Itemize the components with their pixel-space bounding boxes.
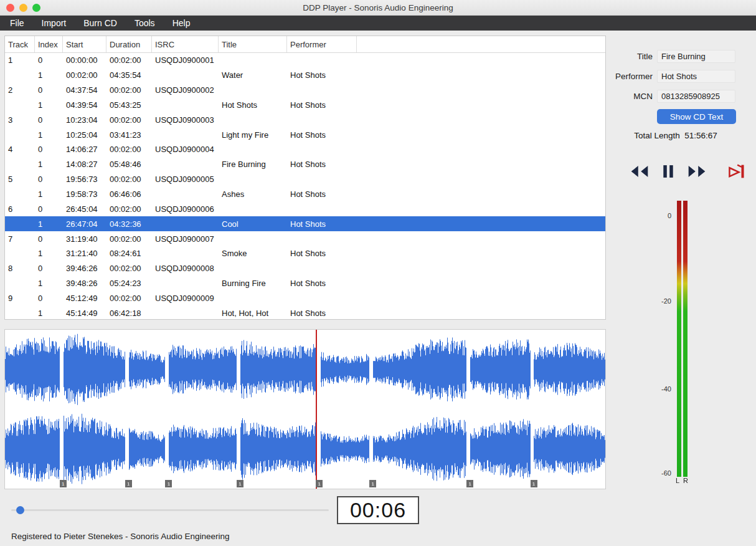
table-row[interactable]: 104:39:5405:43:25Hot ShotsHot Shots — [5, 98, 605, 113]
window-controls — [6, 4, 40, 12]
table-row[interactable]: 8039:46:2600:02:00USQDJ0900008 — [5, 261, 605, 276]
table-row[interactable]: 2004:37:5400:02:00USQDJ0900002 — [5, 83, 605, 98]
cell-index: 0 — [35, 204, 63, 214]
table-row[interactable]: 5019:56:7300:02:00USQDJ0900005 — [5, 172, 605, 187]
menu-import[interactable]: Import — [33, 16, 75, 31]
cell-isrc: USQDJ0900001 — [152, 55, 219, 65]
level-meter-left-bar — [677, 201, 681, 477]
meter-channel-left-label: L — [676, 477, 679, 484]
table-row[interactable]: 4014:06:2700:02:00USQDJ0900004 — [5, 142, 605, 157]
cell-perf: Hot Shots — [287, 130, 357, 140]
cell-start: 14:06:27 — [63, 145, 106, 154]
fast-forward-icon — [687, 165, 707, 178]
column-header-isrc[interactable]: ISRC — [152, 36, 219, 52]
performer-input[interactable] — [657, 70, 735, 83]
cell-dur: 08:24:61 — [106, 249, 152, 258]
seek-slider-track[interactable] — [11, 509, 329, 511]
cell-index: 0 — [35, 264, 63, 273]
table-row[interactable]: 114:08:2705:48:46Fire BurningHot Shots — [5, 157, 605, 172]
cell-start: 19:58:73 — [63, 189, 106, 199]
cell-start: 39:48:26 — [63, 279, 106, 288]
track-table-header: Track Index Start Duration ISRC Title Pe… — [5, 36, 605, 53]
menu-tools[interactable]: Tools — [126, 16, 164, 31]
cell-index: 1 — [35, 219, 63, 229]
cell-dur: 00:02:00 — [106, 55, 152, 65]
cell-dur: 00:02:00 — [106, 294, 152, 303]
cell-start: 10:25:04 — [63, 130, 106, 140]
zoom-window-icon[interactable] — [32, 4, 40, 12]
cell-track: 6 — [5, 204, 35, 214]
rewind-icon — [630, 165, 650, 178]
total-length: Total Length 51:56:67 — [613, 131, 738, 140]
table-row[interactable]: 126:47:0404:32:36CoolHot Shots — [5, 216, 605, 231]
cell-title: Burning Fire — [219, 279, 287, 288]
cell-start: 19:56:73 — [63, 175, 106, 184]
seek-slider-handle[interactable] — [16, 506, 24, 514]
level-meter-right-bar — [683, 201, 687, 477]
minimize-window-icon[interactable] — [19, 4, 27, 12]
menu-help[interactable]: Help — [164, 16, 199, 31]
cell-dur: 00:02:00 — [106, 145, 152, 154]
cell-dur: 00:02:00 — [106, 85, 152, 95]
total-length-value: 51:56:67 — [684, 131, 717, 140]
cell-dur: 04:32:36 — [106, 219, 152, 229]
cell-start: 31:19:40 — [63, 234, 106, 244]
cell-dur: 06:46:06 — [106, 189, 152, 199]
table-row[interactable]: 119:58:7306:46:06AshesHot Shots — [5, 187, 605, 202]
column-header-index[interactable]: Index — [35, 36, 63, 52]
cell-index: 0 — [35, 294, 63, 303]
cell-index: 1 — [35, 309, 63, 318]
mcn-field-row: MCN — [598, 89, 736, 103]
table-row[interactable]: 145:14:4906:42:18Hot, Hot, HotHot Shots — [5, 305, 605, 320]
waveform-display[interactable]: 11111111 — [4, 329, 606, 489]
title-label: Title — [598, 52, 653, 61]
table-row[interactable]: 131:21:4008:24:61SmokeHot Shots — [5, 246, 605, 261]
cell-dur: 00:02:00 — [106, 204, 152, 214]
window-title: DDP Player - Sonoris Audio Engineering — [303, 3, 453, 12]
column-header-title[interactable]: Title — [219, 36, 287, 52]
pause-button[interactable] — [656, 161, 680, 182]
menu-file[interactable]: File — [1, 16, 33, 31]
table-row[interactable]: 139:48:2605:24:23Burning FireHot Shots — [5, 276, 605, 291]
cell-dur: 06:42:18 — [106, 309, 152, 318]
cell-dur: 05:48:46 — [106, 160, 152, 169]
meter-channel-right-label: R — [683, 477, 688, 484]
menu-burn-cd[interactable]: Burn CD — [75, 16, 126, 31]
mcn-label: MCN — [598, 92, 653, 101]
table-row[interactable]: 100:02:0004:35:54WaterHot Shots — [5, 68, 605, 83]
column-header-start[interactable]: Start — [63, 36, 106, 52]
waveform-canvas[interactable] — [5, 330, 605, 489]
table-row[interactable]: 7031:19:4000:02:00USQDJ0900007 — [5, 231, 605, 246]
cell-dur: 00:02:00 — [106, 264, 152, 273]
table-row[interactable]: 3010:23:0400:02:00USQDJ0900003 — [5, 112, 605, 127]
table-row[interactable]: 110:25:0403:41:23Light my FireHot Shots — [5, 127, 605, 142]
fast-forward-button[interactable] — [685, 161, 709, 182]
cell-start: 00:02:00 — [63, 70, 106, 80]
pause-icon — [661, 165, 675, 178]
cell-title: Hot Shots — [219, 100, 287, 110]
cell-index: 0 — [35, 115, 63, 125]
meter-scale-label: -40 — [653, 385, 671, 393]
close-window-icon[interactable] — [6, 4, 14, 12]
stop-at-end-button[interactable] — [725, 161, 749, 182]
meter-scale-label: -60 — [653, 469, 671, 477]
show-cd-text-button[interactable]: Show CD Text — [657, 109, 736, 124]
rewind-button[interactable] — [628, 161, 651, 182]
mcn-input[interactable] — [657, 90, 735, 103]
column-header-performer[interactable]: Performer — [287, 36, 357, 52]
column-header-duration[interactable]: Duration — [106, 36, 152, 52]
cell-index: 0 — [35, 145, 63, 154]
cell-isrc: USQDJ0900002 — [152, 85, 219, 95]
title-input[interactable] — [657, 50, 735, 63]
track-table-body: 1000:00:0000:02:00USQDJ0900001100:02:000… — [5, 53, 605, 320]
cell-index: 1 — [35, 160, 63, 169]
cell-dur: 00:02:00 — [106, 234, 152, 244]
table-row[interactable]: 6026:45:0400:02:00USQDJ0900006 — [5, 201, 605, 216]
cell-start: 31:21:40 — [63, 249, 106, 258]
cell-dur: 00:02:00 — [106, 115, 152, 125]
cell-track: 8 — [5, 264, 35, 273]
level-meter — [677, 201, 687, 477]
table-row[interactable]: 1000:00:0000:02:00USQDJ0900001 — [5, 53, 605, 68]
table-row[interactable]: 9045:12:4900:02:00USQDJ0900009 — [5, 291, 605, 306]
column-header-track[interactable]: Track — [5, 36, 35, 52]
